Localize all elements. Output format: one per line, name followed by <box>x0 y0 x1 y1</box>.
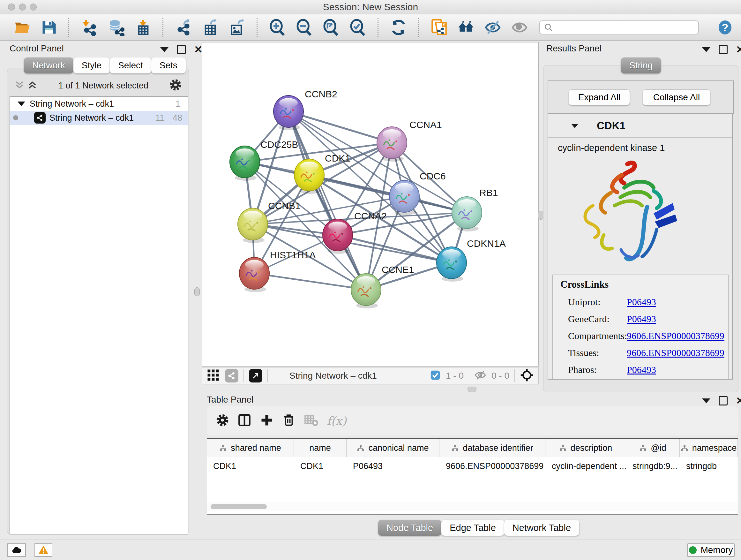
column-header-shared-name[interactable]: shared name <box>207 439 294 457</box>
selected-checkbox-icon[interactable] <box>430 370 441 382</box>
network-options-gear-icon[interactable] <box>169 78 182 92</box>
column-header-namespace[interactable]: namespace <box>680 439 738 457</box>
zoom-fit-content-icon[interactable] <box>323 19 340 36</box>
network-node-CDKN1A[interactable] <box>436 247 467 282</box>
search-box[interactable] <box>539 20 699 35</box>
add-column-icon[interactable] <box>260 413 274 428</box>
tab-string[interactable]: String <box>621 57 661 73</box>
float-panel-icon[interactable] <box>160 47 169 52</box>
tab-network-table[interactable]: Network Table <box>504 520 579 536</box>
column-header-@id[interactable]: @id <box>626 439 680 457</box>
hide-results-panel-icon[interactable] <box>484 19 501 36</box>
tab-sets[interactable]: Sets <box>151 57 186 73</box>
export-network-icon[interactable] <box>175 19 192 36</box>
left-splitter-handle[interactable] <box>194 287 200 296</box>
table-cell[interactable]: cyclin-dependent ... <box>545 457 626 475</box>
export-image-icon[interactable] <box>228 19 246 36</box>
column-header-description[interactable]: description <box>545 439 626 457</box>
open-session-icon[interactable] <box>13 19 30 36</box>
table-options-gear-icon[interactable] <box>216 414 229 428</box>
table-cell[interactable]: 9606.ENSP00000378699 <box>440 457 545 475</box>
maximize-panel-icon[interactable] <box>719 45 728 54</box>
column-type-icon <box>451 444 459 452</box>
collapse-all-networks-icon[interactable] <box>14 79 25 91</box>
zoom-in-icon[interactable] <box>269 19 286 36</box>
tab-style[interactable]: Style <box>73 57 110 73</box>
network-node-CCNB2[interactable] <box>273 96 304 130</box>
table-cell[interactable]: stringdb <box>680 457 738 475</box>
table-cell[interactable]: CDK1 <box>294 457 347 475</box>
network-node-CDC25B[interactable] <box>230 146 260 181</box>
crosslink-link[interactable]: 9606.ENSP00000378699 <box>627 330 724 341</box>
tab-network[interactable]: Network <box>24 57 73 73</box>
scrollbar-thumb[interactable] <box>211 504 267 509</box>
import-network-from-file-icon[interactable] <box>81 19 98 36</box>
table-cell[interactable]: stringdb:9... <box>626 457 680 475</box>
table-row[interactable]: CDK1CDK1P064939606.ENSP00000378699cyclin… <box>207 457 738 475</box>
expand-all-networks-icon[interactable] <box>27 79 38 91</box>
network-edge-CCNB2-CCNA1[interactable] <box>288 111 392 143</box>
refresh-view-icon[interactable] <box>390 19 407 36</box>
open-in-new-window-icon[interactable] <box>249 369 262 382</box>
home-icon[interactable] <box>457 19 475 36</box>
float-panel-icon[interactable] <box>702 47 711 52</box>
table-cell[interactable]: CDK1 <box>207 457 294 475</box>
delete-column-trash-icon[interactable] <box>282 414 295 428</box>
tab-node-table[interactable]: Node Table <box>378 520 441 536</box>
tab-edge-table[interactable]: Edge Table <box>441 520 504 536</box>
network-graph[interactable]: CCNB2CCNA1CDC25BCDK1CDC6RB1CCNB1CCNA2CDK… <box>202 43 538 366</box>
close-panel-icon[interactable]: ✕ <box>736 46 741 53</box>
results-buttons-box: Expand All Collapse All <box>548 80 734 114</box>
save-session-icon[interactable] <box>40 19 57 36</box>
column-header-database-identifier[interactable]: database identifier <box>440 439 545 457</box>
horizontal-splitter-handle[interactable] <box>468 387 476 392</box>
protein-name: CDK1 <box>597 120 625 132</box>
collection-expander-icon[interactable] <box>17 102 25 106</box>
float-panel-icon[interactable] <box>702 398 711 403</box>
maximize-panel-icon[interactable] <box>177 45 186 54</box>
cloud-status-button[interactable] <box>7 543 26 557</box>
help-icon[interactable]: ? <box>718 20 733 35</box>
network-canvas[interactable]: CCNB2CCNA1CDC25BCDK1CDC6RB1CCNB1CCNA2CDK… <box>202 42 539 367</box>
network-node-CCNE1[interactable] <box>351 273 381 308</box>
column-header-canonical-name[interactable]: canonical name <box>347 439 440 457</box>
network-collection-row[interactable]: String Network – cdk1 1 <box>10 97 188 111</box>
network-node-RB1[interactable] <box>452 197 482 232</box>
warnings-button[interactable] <box>35 543 52 557</box>
maximize-panel-icon[interactable] <box>719 396 728 406</box>
table-cell[interactable]: P06493 <box>347 457 440 475</box>
import-table-from-file-icon[interactable] <box>134 19 151 36</box>
section-expander-icon[interactable] <box>571 124 578 128</box>
collapse-all-button[interactable]: Collapse All <box>643 89 711 105</box>
network-row-selected[interactable]: String Network – cdk1 11 48 <box>10 111 188 125</box>
import-network-from-database-icon[interactable] <box>108 19 125 36</box>
show-grid-icon[interactable] <box>206 368 220 383</box>
tab-select[interactable]: Select <box>110 57 151 73</box>
selected-nodes-edges-count: 1 - 0 <box>446 371 464 381</box>
show-columns-icon[interactable] <box>238 413 252 428</box>
memory-button[interactable]: Memory <box>687 543 735 557</box>
network-node-CCNB1[interactable] <box>238 208 268 243</box>
close-panel-icon[interactable]: ✕ <box>736 397 741 405</box>
network-node-HIST1H1A[interactable] <box>239 257 269 292</box>
network-edge-HIST1H1A-CCNE1[interactable] <box>254 273 366 290</box>
expand-all-button[interactable]: Expand All <box>569 89 630 105</box>
crosslink-link[interactable]: P06493 <box>627 314 656 324</box>
protein-section-header[interactable]: CDK1 <box>548 114 732 138</box>
table-horizontal-scrollbar[interactable] <box>207 503 738 511</box>
fit-selection-crosshair-icon[interactable] <box>520 368 534 383</box>
copy-network-icon[interactable] <box>430 19 448 36</box>
close-panel-icon[interactable]: ✕ <box>194 46 203 53</box>
network-edge-count: 48 <box>164 113 182 123</box>
zoom-selected-icon[interactable] <box>349 19 367 36</box>
crosslink-link[interactable]: 9606.ENSP00000378699 <box>627 348 724 358</box>
node-label-CDC6: CDC6 <box>420 171 446 181</box>
zoom-out-icon[interactable] <box>296 19 313 36</box>
crosslink-link[interactable]: P06493 <box>627 297 656 307</box>
network-node-CCNA1[interactable] <box>377 127 407 162</box>
search-input[interactable] <box>553 22 692 33</box>
export-table-icon[interactable] <box>202 19 219 36</box>
column-header-name[interactable]: name <box>294 439 347 457</box>
crosslink-link[interactable]: P06493 <box>627 364 656 375</box>
table-toolbar: f(x) <box>207 406 738 435</box>
